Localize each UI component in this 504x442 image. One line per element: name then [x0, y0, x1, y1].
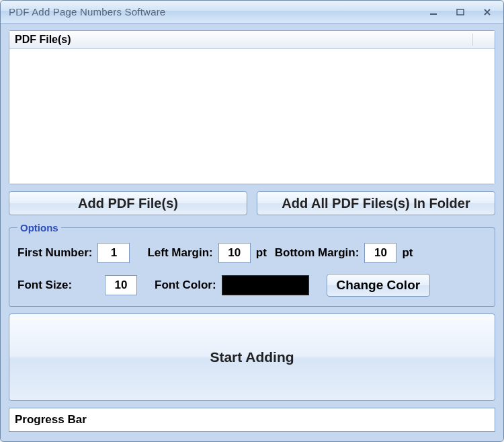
- maximize-button[interactable]: [448, 5, 472, 19]
- client-area: PDF File(s) Add PDF File(s) Add All PDF …: [1, 24, 503, 441]
- bottom-margin-label: Bottom Margin:: [275, 246, 360, 260]
- font-size-input[interactable]: 10: [105, 275, 137, 295]
- bottom-margin-input[interactable]: 10: [364, 243, 396, 263]
- options-legend: Options: [17, 222, 61, 233]
- left-margin-unit: pt: [256, 246, 267, 260]
- add-buttons-row: Add PDF File(s) Add All PDF Files(s) In …: [9, 191, 495, 215]
- svg-rect-1: [457, 9, 464, 15]
- minimize-button[interactable]: [421, 5, 446, 19]
- font-color-swatch: [222, 275, 309, 295]
- close-button[interactable]: [475, 5, 499, 19]
- options-group: Options First Number: 1 Left Margin: 10 …: [9, 222, 495, 307]
- first-number-input[interactable]: 1: [97, 243, 130, 263]
- bottom-margin-unit: pt: [402, 246, 413, 260]
- progress-label: Progress Bar: [15, 413, 87, 427]
- options-row-1: First Number: 1 Left Margin: 10 pt Botto…: [17, 243, 487, 263]
- file-list-panel: PDF File(s): [9, 30, 495, 184]
- add-pdf-files-button[interactable]: Add PDF File(s): [9, 191, 247, 215]
- left-margin-input[interactable]: 10: [218, 243, 251, 263]
- add-pdf-folder-button[interactable]: Add All PDF Files(s) In Folder: [257, 191, 495, 215]
- window-controls: [421, 5, 499, 19]
- titlebar: PDF Add Page Numbers Software: [1, 1, 503, 24]
- left-margin-label: Left Margin:: [147, 246, 212, 260]
- font-size-label: Font Size:: [17, 279, 99, 292]
- font-color-label: Font Color:: [155, 279, 216, 292]
- progress-bar: Progress Bar: [9, 408, 495, 432]
- window-title: PDF Add Page Numbers Software: [9, 6, 421, 17]
- file-list[interactable]: [9, 49, 495, 184]
- change-color-button[interactable]: Change Color: [327, 274, 431, 297]
- first-number-label: First Number:: [17, 246, 92, 260]
- app-window: PDF Add Page Numbers Software PDF File(s…: [0, 0, 504, 442]
- start-adding-button[interactable]: Start Adding: [9, 314, 495, 401]
- file-list-header[interactable]: PDF File(s): [9, 31, 495, 49]
- options-row-2: Font Size: 10 Font Color: Change Color: [17, 274, 487, 297]
